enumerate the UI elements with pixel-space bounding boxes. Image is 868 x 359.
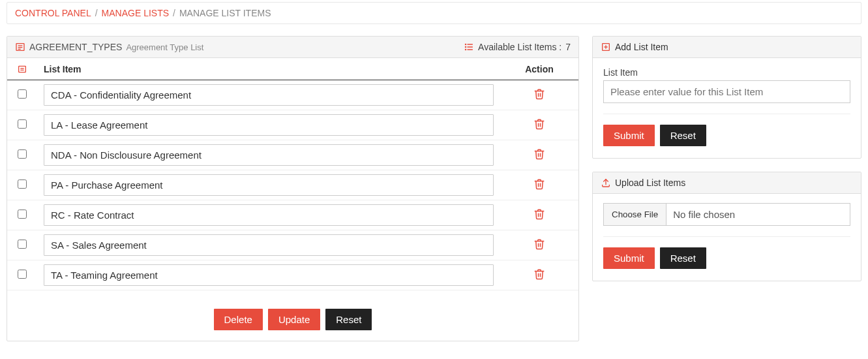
row-checkbox[interactable] <box>18 149 27 159</box>
table-row <box>7 80 578 110</box>
panel-title-code: AGREEMENT_TYPES <box>29 42 122 52</box>
list-item-input[interactable] <box>44 174 494 196</box>
delete-row-button[interactable] <box>532 176 546 194</box>
row-checkbox[interactable] <box>18 89 27 99</box>
upload-panel-title: Upload List Items <box>615 178 685 188</box>
trash-icon <box>533 183 545 193</box>
list-item-input[interactable] <box>44 204 494 226</box>
breadcrumb-sep: / <box>95 8 98 18</box>
list-item-input[interactable] <box>44 264 494 286</box>
delete-row-button[interactable] <box>532 206 546 224</box>
breadcrumb-link-manage-lists[interactable]: MANAGE LISTS <box>102 8 169 18</box>
trash-icon <box>533 213 545 223</box>
plus-icon <box>601 42 611 52</box>
list-detail-icon <box>15 42 25 52</box>
list-item-input[interactable] <box>44 144 494 166</box>
select-all-icon[interactable] <box>17 64 27 74</box>
row-checkbox[interactable] <box>18 270 27 279</box>
table-row <box>7 170 578 200</box>
table-row <box>7 260 578 290</box>
svg-point-7 <box>466 44 466 44</box>
trash-icon <box>533 153 545 163</box>
list-item-input[interactable] <box>44 84 494 106</box>
add-panel-title: Add List Item <box>615 42 668 52</box>
list-item-input[interactable] <box>44 114 494 136</box>
upload-list-items-panel: Upload List Items Choose File No file ch… <box>592 172 861 281</box>
table-row <box>7 110 578 140</box>
upload-submit-button[interactable]: Submit <box>603 247 655 269</box>
add-submit-button[interactable]: Submit <box>603 125 655 146</box>
add-reset-button[interactable]: Reset <box>660 125 706 146</box>
list-icon <box>464 42 474 52</box>
delete-row-button[interactable] <box>532 86 546 104</box>
column-header-item: List Item <box>37 58 500 80</box>
trash-icon <box>533 273 545 283</box>
available-items-label: Available List Items : <box>478 42 561 52</box>
upload-reset-button[interactable]: Reset <box>660 247 706 269</box>
row-checkbox[interactable] <box>18 240 27 249</box>
add-list-item-panel: Add List Item List Item Submit Reset <box>592 36 861 159</box>
trash-icon <box>533 123 545 133</box>
row-checkbox[interactable] <box>18 180 27 189</box>
table-row <box>7 200 578 230</box>
list-item-input[interactable] <box>44 234 494 256</box>
trash-icon <box>533 93 545 102</box>
delete-row-button[interactable] <box>532 236 546 254</box>
update-button[interactable]: Update <box>268 309 320 330</box>
row-checkbox[interactable] <box>18 119 27 129</box>
upload-icon <box>601 178 611 188</box>
list-panel: AGREEMENT_TYPES Agreement Type List <box>7 36 579 341</box>
breadcrumb-current: MANAGE LIST ITEMS <box>179 8 271 18</box>
trash-icon <box>533 243 545 253</box>
breadcrumb: CONTROL PANEL / MANAGE LISTS / MANAGE LI… <box>7 2 861 24</box>
add-list-item-input[interactable] <box>603 80 850 103</box>
table-row <box>7 140 578 170</box>
reset-button[interactable]: Reset <box>325 309 372 330</box>
svg-point-8 <box>466 46 466 47</box>
delete-row-button[interactable] <box>532 146 546 164</box>
table-row <box>7 230 578 260</box>
row-checkbox[interactable] <box>18 210 27 219</box>
svg-point-9 <box>466 49 466 50</box>
delete-row-button[interactable] <box>532 266 546 284</box>
delete-button[interactable]: Delete <box>214 309 263 330</box>
breadcrumb-sep: / <box>173 8 175 18</box>
delete-row-button[interactable] <box>532 116 546 134</box>
column-header-action: Action <box>500 58 578 80</box>
add-field-label: List Item <box>603 67 850 78</box>
svg-rect-10 <box>19 67 26 72</box>
file-chosen-label: No file chosen <box>666 204 850 225</box>
available-items-count: 7 <box>565 42 571 52</box>
breadcrumb-link-control-panel[interactable]: CONTROL PANEL <box>15 8 91 18</box>
panel-title-desc: Agreement Type List <box>126 42 203 52</box>
choose-file-button[interactable]: Choose File <box>604 204 666 225</box>
